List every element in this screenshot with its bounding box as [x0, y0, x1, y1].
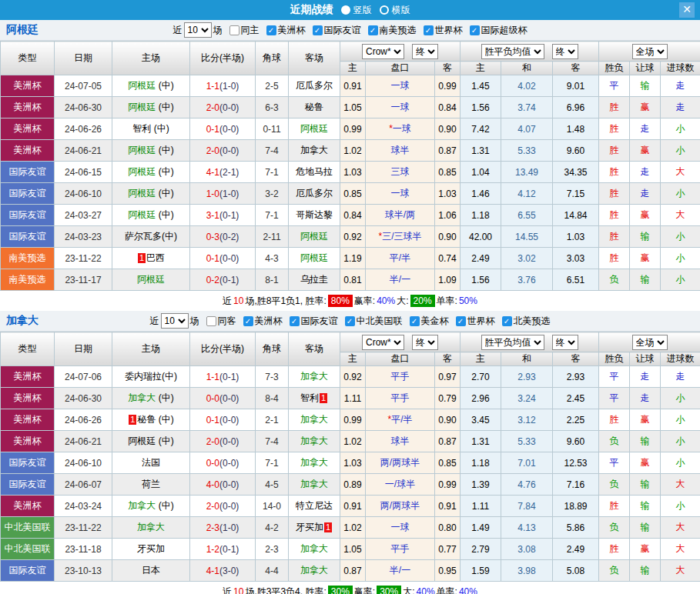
ah-line-cell: 三球 [366, 162, 435, 183]
date-cell: 24-06-30 [55, 388, 112, 409]
team-name: 委内瑞拉 [125, 371, 162, 382]
fulltime-score: 0-3 [206, 232, 219, 242]
summary-segment: 10 [233, 295, 243, 306]
league-checkbox[interactable]: ✓ [424, 25, 434, 35]
venue-suffix: (中) [156, 392, 173, 403]
close-button[interactable]: ✕ [679, 2, 695, 18]
league-checkbox[interactable]: ✓ [266, 25, 276, 35]
home-team-cell: 荷兰 [112, 474, 190, 496]
league-checkbox[interactable]: ✓ [502, 316, 512, 326]
wdl-final-select[interactable]: 终 [552, 44, 578, 59]
match-row: 中北美国联23-11-18牙买加1-2(0-1)2-3加拿大1.05平手0.77… [1, 539, 700, 560]
match-row: 国际友谊24-03-27阿根廷 (中)3-1(0-1)7-1哥斯达黎0.84球半… [1, 205, 700, 226]
ah-line-text: 半/一 [390, 274, 410, 285]
column-header: 客场 [289, 42, 340, 75]
away-win-odds-cell: 9.60 [553, 140, 599, 162]
same-venue-label: 同主 [241, 24, 260, 37]
subcolumn-header: 主 [461, 62, 501, 75]
ah-home-odds-cell: 0.89 [340, 474, 366, 496]
ah-home-odds-cell: 0.87 [340, 560, 366, 582]
outcome-result-cell: 胜 [599, 226, 630, 248]
venue-suffix: (中) [156, 209, 173, 220]
summary-bar: 近10场,胜8平1负1, 胜率: 80% 赢率:40% 大: 20% 单率:50… [0, 291, 700, 311]
goals-result-cell: 走 [661, 366, 700, 388]
goals-result-cell: 小 [661, 118, 700, 140]
away-team-cell: 加拿大 [289, 140, 340, 162]
venue-suffix: (中) [156, 500, 173, 511]
home-team-cell: 阿根廷 [112, 269, 190, 291]
column-header: 客场 [289, 332, 340, 366]
league-checkbox[interactable]: ✓ [410, 316, 420, 326]
column-header: 比分(半场) [190, 332, 256, 366]
goals-result-cell: 小 [661, 388, 700, 409]
score-cell: 1-1(1-0) [190, 75, 256, 97]
corner-cell: 7-4 [256, 140, 289, 162]
corner-cell: 2-11 [256, 226, 289, 248]
score-cell: 2-0(0-0) [190, 97, 256, 118]
league-checkbox[interactable]: ✓ [243, 316, 253, 326]
ah-home-odds-cell: 0.92 [340, 366, 366, 388]
draw-odds-cell: 2.93 [501, 366, 553, 388]
corner-cell: 2-1 [256, 409, 289, 431]
outcome-result-cell: 负 [599, 474, 630, 496]
outcome-result-cell: 胜 [599, 183, 630, 205]
wdl-final-select[interactable]: 终 [552, 335, 578, 350]
league-checkbox[interactable]: ✓ [290, 316, 300, 326]
halftime-score: (0-0) [219, 253, 239, 264]
corner-cell: 4-5 [256, 474, 289, 496]
league-checkbox[interactable]: ✓ [345, 316, 355, 326]
league-checkbox[interactable]: ✓ [368, 25, 378, 35]
scope-select[interactable]: 全场 [632, 44, 668, 59]
halftime-score: (0-2) [219, 232, 239, 242]
ah-final-select[interactable]: 终 [412, 335, 438, 350]
layout-radio-vertical[interactable]: 竖版 [341, 4, 372, 17]
ah-home-odds-cell: 1.02 [340, 431, 366, 452]
fulltime-score: 0-2 [206, 275, 219, 285]
league-checkbox[interactable]: ✓ [313, 25, 323, 35]
away-win-odds-cell: 5.86 [553, 517, 599, 539]
away-team-cell: 阿根廷 [289, 118, 340, 140]
same-venue-checkbox[interactable] [229, 25, 239, 35]
date-cell: 24-06-21 [55, 140, 112, 162]
scope-select[interactable]: 全场 [632, 335, 668, 350]
ah-final-select[interactable]: 终 [412, 44, 438, 59]
fulltime-score: 2-0 [206, 436, 219, 447]
goals-result-cell: 大 [661, 539, 700, 560]
ah-line-text: 球半/两 [385, 209, 415, 220]
wdl-average-select[interactable]: 胜平负均值 [481, 44, 544, 59]
column-header: 类型 [1, 332, 55, 366]
score-cell: 2-0(0-0) [190, 496, 256, 517]
halftime-score: (0-0) [219, 501, 239, 512]
ah-away-odds-cell: 0.90 [435, 118, 461, 140]
draw-odds-cell: 5.33 [501, 140, 553, 162]
corner-cell: 7-1 [256, 205, 289, 226]
ah-line-text: 两/两球半 [380, 500, 420, 511]
layout-radio-horizontal[interactable]: 横版 [380, 4, 410, 17]
summary-segment: 近 [223, 295, 232, 308]
league-type-cell: 美洲杯 [1, 75, 55, 97]
league-checkbox[interactable]: ✓ [456, 316, 466, 326]
matches-table: 类型日期主场比分(半场)角球客场Crow*终胜平负均值终全场主盘口客主和客胜负让… [0, 332, 700, 582]
match-row: 国际友谊24-06-10阿根廷 (中)1-0(1-0)3-2厄瓜多尔0.85一球… [1, 183, 700, 205]
same-venue-checkbox[interactable] [206, 316, 216, 326]
bookmaker-select[interactable]: Crow* [362, 335, 404, 350]
away-win-odds-cell: 6.96 [553, 97, 599, 118]
team-name: 荷兰 [142, 479, 160, 489]
league-checkbox[interactable]: ✓ [470, 25, 480, 35]
match-row: 中北美国联23-11-22加拿大2-3(1-0)4-2牙买加11.02一球0.8… [1, 517, 700, 539]
corner-cell: 2-3 [256, 539, 289, 560]
ah-line-text: 球半 [391, 145, 410, 155]
bookmaker-select[interactable]: Crow* [362, 44, 404, 59]
outcome-result-cell: 平 [599, 388, 630, 409]
halftime-score: (1-0) [219, 522, 239, 533]
team-name: 阿根廷 [128, 80, 156, 91]
summary-segment: 大: [397, 295, 408, 308]
recent-count-select[interactable]: 10 [184, 22, 212, 38]
wdl-odds-group: 胜平负均值终 [461, 332, 599, 352]
fulltime-score: 2-3 [206, 522, 219, 533]
recent-count-select[interactable]: 10 [161, 313, 189, 329]
fulltime-score: 0-1 [206, 124, 219, 135]
away-team-cell: 加拿大 [289, 452, 340, 474]
wdl-average-select[interactable]: 胜平负均值 [481, 335, 544, 350]
ah-line-text: 一球 [393, 123, 411, 134]
